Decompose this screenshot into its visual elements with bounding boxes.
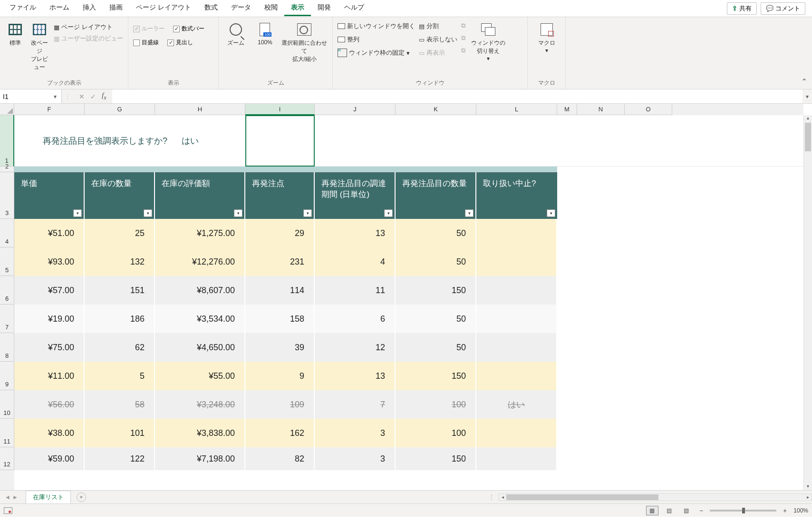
record-macro-icon[interactable]	[4, 507, 12, 514]
table-cell[interactable]: 151	[85, 276, 155, 305]
table-header[interactable]: 在庫の評価額▾	[155, 172, 245, 219]
column-header-I[interactable]: I	[245, 104, 315, 115]
table-cell[interactable]: 109	[245, 390, 315, 419]
table-cell[interactable]: ¥7,198.00	[155, 447, 245, 470]
table-cell[interactable]: ¥19.00	[14, 305, 85, 333]
table-cell[interactable]: 11	[315, 276, 396, 305]
table-cell[interactable]: 100	[396, 419, 476, 447]
hide-button[interactable]: ▭表示しない	[419, 35, 457, 44]
table-cell[interactable]: 100	[396, 390, 476, 419]
table-cell[interactable]: 158	[245, 305, 315, 333]
table-cell[interactable]: 50	[396, 305, 476, 333]
switch-window-button[interactable]: ウィンドウの 切り替え ▾	[469, 20, 507, 62]
table-cell[interactable]: 9	[245, 362, 315, 390]
scroll-left-arrow[interactable]: ◂	[499, 494, 506, 500]
row-header-10[interactable]: 10	[0, 390, 14, 419]
column-header-F[interactable]: F	[14, 104, 85, 115]
sheet-tab[interactable]: 在庫リスト	[26, 491, 71, 503]
table-cell[interactable]: 13	[315, 219, 396, 247]
menu-ファイル[interactable]: ファイル	[3, 0, 43, 16]
gridlines-checkbox[interactable]: 目盛線	[133, 39, 159, 47]
zoom-100-button[interactable]: 100 100%	[252, 20, 278, 46]
new-window-button[interactable]: 新しいウィンドウを開く	[338, 22, 415, 30]
table-cell[interactable]: 58	[85, 390, 155, 419]
table-cell[interactable]: ¥59.00	[14, 447, 85, 470]
table-cell[interactable]: 25	[85, 219, 155, 247]
select-all-button[interactable]	[0, 104, 14, 115]
table-header[interactable]: 在庫の数量▾	[85, 172, 155, 219]
table-header[interactable]: 単価▾	[14, 172, 85, 219]
table-cell[interactable]: 231	[245, 247, 315, 276]
table-cell[interactable]: ¥93.00	[14, 247, 85, 276]
table-cell[interactable]: 13	[315, 362, 396, 390]
table-cell[interactable]: 5	[85, 362, 155, 390]
table-cell[interactable]	[476, 362, 557, 390]
menu-描画[interactable]: 描画	[103, 0, 129, 16]
view-pagelayout-status[interactable]: ▤	[663, 506, 676, 515]
freeze-panes-button[interactable]: ウィンドウ枠の固定 ▾	[338, 49, 415, 57]
enter-formula-button[interactable]: ✓	[90, 93, 96, 100]
table-cell[interactable]: ¥11.00	[14, 362, 85, 390]
split-button[interactable]: ▤分割	[419, 22, 457, 30]
table-cell[interactable]: ¥4,650.00	[155, 333, 245, 362]
menu-データ[interactable]: データ	[224, 0, 258, 16]
name-box-dropdown[interactable]: ▾	[52, 93, 58, 100]
table-cell[interactable]: ¥3,248.00	[155, 390, 245, 419]
table-cell[interactable]: ¥3,534.00	[155, 305, 245, 333]
filter-button[interactable]: ▾	[144, 209, 152, 217]
arrange-button[interactable]: 整列	[338, 35, 415, 44]
table-cell[interactable]: 29	[245, 219, 315, 247]
menu-数式[interactable]: 数式	[198, 0, 224, 16]
column-header-J[interactable]: J	[315, 104, 396, 115]
table-cell[interactable]	[476, 219, 557, 247]
table-header[interactable]: 再発注品目の数量▾	[396, 172, 476, 219]
table-cell[interactable]	[476, 276, 557, 305]
name-box[interactable]: ▾	[0, 89, 62, 103]
filter-button[interactable]: ▾	[73, 209, 82, 217]
table-cell[interactable]: 114	[245, 276, 315, 305]
table-cell[interactable]	[476, 447, 557, 470]
scroll-thumb[interactable]	[805, 123, 811, 151]
table-cell[interactable]: ¥55.00	[155, 362, 245, 390]
column-header-L[interactable]: L	[476, 104, 557, 115]
row-header-3[interactable]: 3	[0, 172, 14, 219]
table-cell[interactable]: 122	[85, 447, 155, 470]
table-cell[interactable]: ¥56.00	[14, 390, 85, 419]
table-cell[interactable]: ¥3,838.00	[155, 419, 245, 447]
horizontal-scrollbar[interactable]: ◂ ▸	[498, 493, 812, 501]
table-cell[interactable]: 150	[396, 276, 476, 305]
menu-表示[interactable]: 表示	[284, 0, 311, 16]
table-cell[interactable]: ¥38.00	[14, 419, 85, 447]
column-header-O[interactable]: O	[625, 104, 672, 115]
table-cell[interactable]: 12	[315, 333, 396, 362]
zoom-out-button[interactable]: −	[697, 507, 705, 514]
zoom-level[interactable]: 100%	[793, 507, 808, 514]
table-cell[interactable]: 50	[396, 247, 476, 276]
column-header-N[interactable]: N	[577, 104, 625, 115]
vertical-scrollbar[interactable]: ▴ ▾	[803, 115, 812, 490]
scroll-up-arrow[interactable]: ▴	[804, 115, 812, 122]
zoom-slider[interactable]	[710, 510, 776, 512]
tab-nav-next[interactable]: ►	[12, 494, 18, 501]
row-header-4[interactable]: 4	[0, 219, 14, 247]
table-cell[interactable]: 186	[85, 305, 155, 333]
tab-nav-prev[interactable]: ◄	[5, 494, 10, 501]
row-header-8[interactable]: 8	[0, 333, 14, 362]
row-header-6[interactable]: 6	[0, 276, 14, 305]
table-cell[interactable]: 62	[85, 333, 155, 362]
filter-button[interactable]: ▾	[547, 209, 555, 217]
table-header[interactable]: 取り扱い中止?▾	[476, 172, 557, 219]
column-header-H[interactable]: H	[155, 104, 245, 115]
formula-input[interactable]	[112, 89, 802, 103]
row-header-12[interactable]: 12	[0, 447, 14, 470]
row-header-7[interactable]: 7	[0, 305, 14, 333]
table-cell[interactable]	[476, 419, 557, 447]
comment-button[interactable]: 💬 コメント	[761, 2, 805, 15]
table-cell[interactable]: 150	[396, 447, 476, 470]
scroll-down-arrow[interactable]: ▾	[804, 483, 812, 490]
menu-ホーム[interactable]: ホーム	[43, 0, 76, 16]
view-pagebreak-status[interactable]: ▧	[680, 506, 693, 515]
add-sheet-button[interactable]: +	[77, 493, 86, 502]
table-cell[interactable]: 3	[315, 419, 396, 447]
table-cell[interactable]: 6	[315, 305, 396, 333]
